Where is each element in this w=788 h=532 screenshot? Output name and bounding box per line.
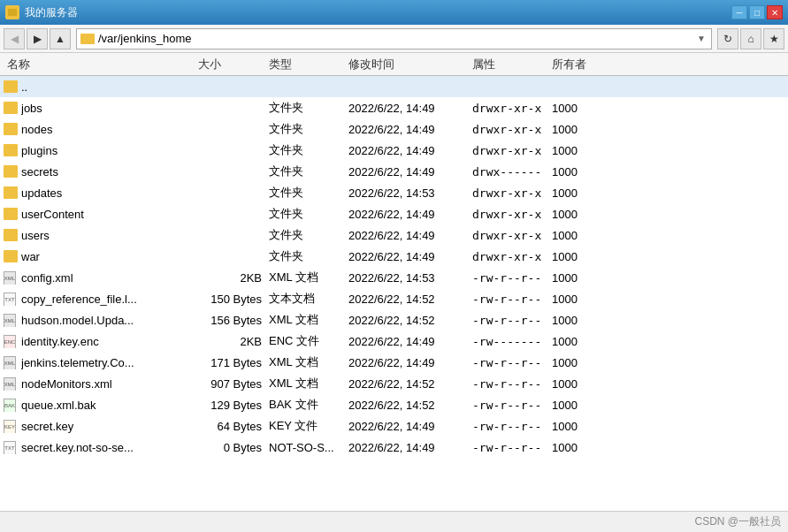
file-size: 129 Bytes <box>198 399 269 412</box>
col-name-header[interactable]: 名称 <box>4 57 198 72</box>
file-modified: 2022/6/22, 14:52 <box>348 377 472 391</box>
file-type: 文件夹 <box>269 121 348 137</box>
app-icon <box>5 5 19 19</box>
file-type: 文件夹 <box>269 100 348 116</box>
col-owner-header[interactable]: 所有者 <box>552 57 623 72</box>
file-name-cell: XML config.xml <box>4 271 198 285</box>
file-type: 文件夹 <box>269 206 348 222</box>
forward-button[interactable]: ▶ <box>27 28 48 49</box>
file-size: 150 Bytes <box>198 293 269 306</box>
home-button[interactable]: ⌂ <box>740 28 761 49</box>
table-row[interactable]: XML nodeMonitors.xml 907 Bytes XML 文档 20… <box>0 373 788 394</box>
file-name: nodes <box>21 123 52 136</box>
table-row[interactable]: TXT copy_reference_file.l... 150 Bytes 文… <box>0 288 788 309</box>
toolbar: ◀ ▶ ▲ /var/jenkins_home ▼ ↻ ⌂ ★ <box>0 25 788 53</box>
file-name-cell: XML nodeMonitors.xml <box>4 377 198 391</box>
file-name-cell: userContent <box>4 208 198 221</box>
refresh-button[interactable]: ↻ <box>717 28 738 49</box>
file-name-cell: .. <box>4 80 198 94</box>
file-modified: 2022/6/22, 14:53 <box>348 271 472 285</box>
table-row[interactable]: secrets 文件夹 2022/6/22, 14:49 drwx------ … <box>0 161 788 182</box>
file-owner: 1000 <box>552 144 623 157</box>
file-modified: 2022/6/22, 14:49 <box>348 420 472 433</box>
folder-icon <box>4 80 18 93</box>
file-attributes: drwxr-xr-x <box>472 229 552 242</box>
file-name: hudson.model.Upda... <box>21 314 134 327</box>
file-attributes: drwxr-xr-x <box>472 208 552 221</box>
table-row[interactable]: plugins 文件夹 2022/6/22, 14:49 drwxr-xr-x … <box>0 140 788 161</box>
file-owner: 1000 <box>552 229 623 242</box>
file-attributes: -rw-r--r-- <box>472 293 552 306</box>
folder-icon <box>4 208 18 220</box>
file-modified: 2022/6/22, 14:49 <box>348 144 472 157</box>
folder-icon <box>4 144 18 156</box>
xml-file-icon: XML <box>4 377 18 390</box>
file-modified: 2022/6/22, 14:49 <box>348 165 472 179</box>
file-attributes: drwx------ <box>472 165 552 179</box>
file-owner: 1000 <box>552 377 623 391</box>
file-name-cell: users <box>4 229 198 242</box>
col-type-header[interactable]: 类型 <box>269 57 348 72</box>
file-owner: 1000 <box>552 356 623 369</box>
file-name-cell: jobs <box>4 102 198 115</box>
file-modified: 2022/6/22, 14:53 <box>348 186 472 200</box>
file-modified: 2022/6/22, 14:52 <box>348 314 472 327</box>
table-row[interactable]: XML config.xml 2KB XML 文档 2022/6/22, 14:… <box>0 267 788 288</box>
table-row[interactable]: nodes 文件夹 2022/6/22, 14:49 drwxr-xr-x 10… <box>0 118 788 140</box>
col-size-header[interactable]: 大小 <box>198 57 269 72</box>
back-button[interactable]: ◀ <box>4 28 25 49</box>
file-name: updates <box>21 186 62 200</box>
file-name-cell: TXT copy_reference_file.l... <box>4 293 198 306</box>
address-path: /var/jenkins_home <box>98 32 192 45</box>
address-dropdown-arrow[interactable]: ▼ <box>695 34 708 43</box>
file-attributes: drwxr-xr-x <box>472 144 552 157</box>
table-row[interactable]: jobs 文件夹 2022/6/22, 14:49 drwxr-xr-x 100… <box>0 97 788 118</box>
maximize-button[interactable]: □ <box>749 5 765 19</box>
file-name: nodeMonitors.xml <box>21 377 112 391</box>
col-attr-header[interactable]: 属性 <box>472 57 552 72</box>
file-owner: 1000 <box>552 123 623 136</box>
file-name-cell: KEY secret.key <box>4 420 198 433</box>
file-modified: 2022/6/22, 14:49 <box>348 441 472 454</box>
file-type: 文本文档 <box>269 291 348 307</box>
table-row[interactable]: XML hudson.model.Upda... 156 Bytes XML 文… <box>0 309 788 331</box>
table-row[interactable]: BAK queue.xml.bak 129 Bytes BAK 文件 2022/… <box>0 394 788 415</box>
address-bar[interactable]: /var/jenkins_home ▼ <box>76 28 712 49</box>
file-type: XML 文档 <box>269 354 348 370</box>
up-button[interactable]: ▲ <box>50 28 71 49</box>
file-owner: 1000 <box>552 399 623 412</box>
xml-file-icon: XML <box>4 356 18 369</box>
file-name-cell: plugins <box>4 144 198 157</box>
xml-file-icon: XML <box>4 314 18 326</box>
table-row[interactable]: KEY secret.key 64 Bytes KEY 文件 2022/6/22… <box>0 415 788 437</box>
file-modified: 2022/6/22, 14:49 <box>348 208 472 221</box>
table-row[interactable]: userContent 文件夹 2022/6/22, 14:49 drwxr-x… <box>0 203 788 224</box>
close-button[interactable]: ✕ <box>767 5 783 19</box>
bookmark-button[interactable]: ★ <box>763 28 784 49</box>
col-modified-header[interactable]: 修改时间 <box>348 57 472 72</box>
address-folder-icon <box>80 34 95 44</box>
table-row[interactable]: TXT secret.key.not-so-se... 0 Bytes NOT-… <box>0 437 788 458</box>
file-type: 文件夹 <box>269 185 348 201</box>
file-name: secret.key <box>21 420 73 433</box>
table-row[interactable]: updates 文件夹 2022/6/22, 14:53 drwxr-xr-x … <box>0 182 788 203</box>
file-name-cell: BAK queue.xml.bak <box>4 399 198 412</box>
file-modified: 2022/6/22, 14:49 <box>348 335 472 348</box>
file-attributes: -rw-r--r-- <box>472 377 552 391</box>
bak-file-icon: BAK <box>4 399 18 411</box>
table-row[interactable]: .. <box>0 76 788 97</box>
table-row[interactable]: ENC identity.key.enc 2KB ENC 文件 2022/6/2… <box>0 331 788 352</box>
file-owner: 1000 <box>552 102 623 115</box>
file-name: config.xml <box>21 271 73 285</box>
file-type: ENC 文件 <box>269 333 348 349</box>
file-attributes: -rw-r--r-- <box>472 271 552 285</box>
file-owner: 1000 <box>552 186 623 200</box>
table-row[interactable]: users 文件夹 2022/6/22, 14:49 drwxr-xr-x 10… <box>0 224 788 246</box>
column-header: 名称 大小 类型 修改时间 属性 所有者 <box>0 53 788 76</box>
txt-file-icon: TXT <box>4 441 18 453</box>
file-type: BAK 文件 <box>269 397 348 413</box>
minimize-button[interactable]: ─ <box>731 5 747 19</box>
file-name-cell: updates <box>4 186 198 200</box>
table-row[interactable]: war 文件夹 2022/6/22, 14:49 drwxr-xr-x 1000 <box>0 246 788 267</box>
table-row[interactable]: XML jenkins.telemetry.Co... 171 Bytes XM… <box>0 352 788 373</box>
